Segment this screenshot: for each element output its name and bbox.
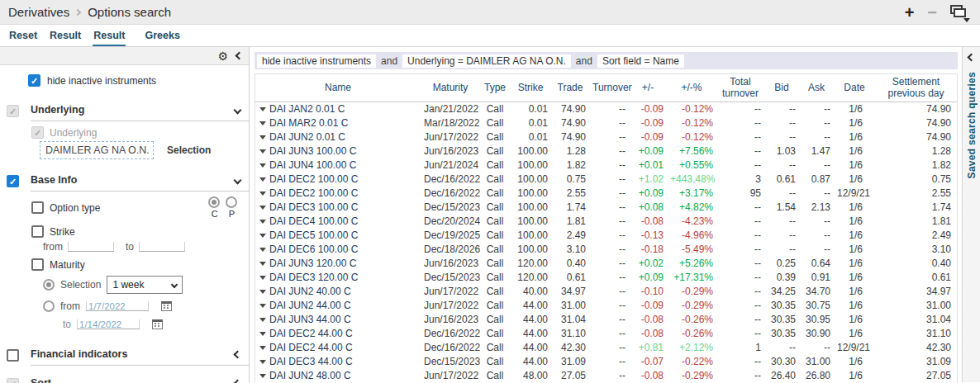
- cell-name[interactable]: DAI DEC2 44.00 C: [255, 341, 421, 355]
- expand-row-icon[interactable]: [259, 192, 266, 196]
- instrument-name[interactable]: DAI JUN3 120.00 C: [269, 258, 356, 269]
- maturity-checkbox[interactable]: [31, 258, 44, 271]
- maturity-to-input[interactable]: 1/14/2022: [77, 319, 140, 329]
- table-row[interactable]: DAI DEC5 100.00 C Dec/19/2025 Call 100.0…: [255, 229, 957, 243]
- tab-result-1[interactable]: Result: [49, 30, 82, 46]
- expand-row-icon[interactable]: [259, 276, 266, 280]
- expand-row-icon[interactable]: [259, 135, 266, 139]
- table-row[interactable]: DAI JAN2 0.01 C Jan/21/2022 Call 0.01 74…: [255, 102, 957, 116]
- cell-name[interactable]: DAI JUN4 100.00 C: [255, 158, 421, 173]
- cell-name[interactable]: DAI JUN2 40.00 C: [255, 285, 421, 299]
- table-row[interactable]: DAI JUN3 100.00 C Jun/16/2023 Call 100.0…: [255, 144, 957, 158]
- financial-indicators-expand-icon[interactable]: [234, 350, 242, 358]
- underlying-input[interactable]: DAIMLER AG NA O.N.: [40, 141, 154, 159]
- instrument-name[interactable]: DAI JUN2 0.01 C: [269, 131, 345, 143]
- instrument-name[interactable]: DAI JAN2 0.01 C: [269, 103, 345, 115]
- filter-chip[interactable]: Sort field = Name: [597, 54, 684, 68]
- cell-name[interactable]: DAI DEC6 100.00 C: [255, 243, 421, 257]
- column-header-10[interactable]: Ask: [799, 74, 834, 102]
- maturity-period-select[interactable]: 1 week: [107, 276, 183, 294]
- table-row[interactable]: DAI DEC2 44.00 C Dec/16/2022 Call 44.00 …: [255, 327, 957, 341]
- table-row[interactable]: DAI JUN2 0.01 C Jun/17/2022 Call 0.01 74…: [255, 130, 957, 144]
- column-header-0[interactable]: Name: [255, 74, 421, 102]
- table-row[interactable]: DAI JUN2 40.00 C Jun/17/2022 Call 40.00 …: [255, 285, 957, 299]
- column-header-11[interactable]: Date: [834, 74, 875, 102]
- expand-row-icon[interactable]: [259, 177, 266, 182]
- financial-indicators-checkbox[interactable]: [7, 349, 19, 362]
- instrument-name[interactable]: DAI DEC2 44.00 C: [269, 342, 353, 353]
- expand-row-icon[interactable]: [259, 107, 266, 111]
- expand-row-icon[interactable]: [259, 290, 266, 294]
- tab-result-2[interactable]: Result: [93, 30, 126, 46]
- table-row[interactable]: DAI DEC3 120.00 C Dec/15/2023 Call 120.0…: [255, 271, 957, 285]
- table-row[interactable]: DAI JUN3 44.00 C Jun/16/2023 Call 44.00 …: [255, 313, 957, 327]
- expand-row-icon[interactable]: [259, 304, 266, 308]
- table-row[interactable]: DAI JUN3 120.00 C Jun/16/2023 Call 120.0…: [255, 257, 957, 271]
- call-radio[interactable]: [208, 196, 220, 208]
- instrument-name[interactable]: DAI DEC2 100.00 C: [269, 173, 358, 185]
- column-header-7[interactable]: +/-%: [667, 74, 716, 102]
- table-row[interactable]: DAI JUN2 48.00 C Jun/17/2022 Call 48.00 …: [255, 369, 957, 383]
- expand-row-icon[interactable]: [259, 360, 266, 364]
- maturity-from-input[interactable]: 1/7/2022: [86, 301, 149, 311]
- sort-expand-icon[interactable]: [234, 379, 242, 383]
- column-header-5[interactable]: Turnover: [589, 74, 629, 102]
- table-row[interactable]: DAI DEC2 100.00 C Dec/16/2022 Call 100.0…: [255, 173, 957, 187]
- cell-name[interactable]: DAI JUN3 44.00 C: [255, 313, 421, 327]
- cell-name[interactable]: DAI MAR2 0.01 C: [255, 116, 421, 130]
- instrument-name[interactable]: DAI JUN2 48.00 C: [269, 370, 351, 381]
- instrument-name[interactable]: DAI DEC3 120.00 C: [269, 272, 358, 283]
- strike-checkbox[interactable]: [31, 225, 44, 238]
- zoom-out-icon[interactable]: −: [927, 4, 937, 21]
- cell-name[interactable]: DAI DEC3 100.00 C: [255, 201, 421, 215]
- sidebar-settings-gear-icon[interactable]: ⚙: [217, 50, 228, 62]
- expand-row-icon[interactable]: [259, 149, 266, 154]
- column-header-12[interactable]: Settlement previous day: [875, 74, 957, 102]
- cell-name[interactable]: DAI DEC5 100.00 C: [255, 229, 421, 243]
- expand-row-icon[interactable]: [259, 262, 266, 266]
- instrument-name[interactable]: DAI DEC4 100.00 C: [269, 215, 358, 227]
- expand-row-icon[interactable]: [259, 248, 266, 252]
- underlying-selection-button[interactable]: Selection: [167, 144, 211, 156]
- cell-name[interactable]: DAI JUN2 48.00 C: [255, 369, 421, 383]
- hide-inactive-checkbox[interactable]: ✓: [28, 74, 40, 87]
- underlying-field-checkbox[interactable]: ✓: [31, 126, 44, 139]
- column-header-3[interactable]: Strike: [510, 74, 551, 102]
- saved-search-queries-label[interactable]: Saved search queries: [966, 72, 978, 178]
- column-header-8[interactable]: Total turnover: [716, 74, 764, 102]
- table-row[interactable]: DAI DEC2 100.00 C Dec/16/2022 Call 100.0…: [255, 187, 957, 201]
- base-info-collapse-icon[interactable]: [234, 176, 242, 184]
- cell-name[interactable]: DAI JUN3 100.00 C: [255, 144, 421, 158]
- put-radio[interactable]: [226, 196, 237, 208]
- table-row[interactable]: DAI DEC3 100.00 C Dec/15/2023 Call 100.0…: [255, 201, 957, 215]
- expand-row-icon[interactable]: [259, 206, 266, 210]
- table-row[interactable]: DAI DEC4 100.00 C Dec/20/2024 Call 100.0…: [255, 215, 957, 229]
- calendar-from-icon[interactable]: [161, 301, 172, 311]
- zoom-in-icon[interactable]: +: [905, 4, 915, 21]
- table-row[interactable]: DAI DEC6 100.00 C Dec/18/2026 Call 100.0…: [255, 243, 957, 257]
- maturity-range-radio[interactable]: [43, 300, 55, 312]
- option-type-checkbox[interactable]: [31, 201, 44, 214]
- popout-window-icon[interactable]: [950, 5, 968, 19]
- instrument-name[interactable]: DAI JUN3 100.00 C: [269, 145, 356, 157]
- expand-row-icon[interactable]: [259, 318, 266, 322]
- strike-from-input[interactable]: [68, 242, 114, 252]
- filter-chip[interactable]: Underlying = DAIMLER AG NA O.N.: [402, 54, 571, 68]
- maturity-selection-radio[interactable]: [43, 279, 55, 291]
- table-row[interactable]: DAI JUN4 100.00 C Jun/21/2024 Call 100.0…: [255, 158, 957, 173]
- table-row[interactable]: DAI DEC3 44.00 C Dec/15/2023 Call 44.00 …: [255, 355, 957, 369]
- tab-reset-0[interactable]: Reset: [8, 30, 38, 46]
- strike-to-input[interactable]: [139, 242, 185, 252]
- instrument-name[interactable]: DAI DEC3 44.00 C: [269, 356, 353, 367]
- base-info-section-checkbox[interactable]: ✓: [7, 175, 19, 187]
- column-header-9[interactable]: Bid: [764, 74, 799, 102]
- cell-name[interactable]: DAI JUN2 0.01 C: [255, 130, 421, 144]
- cell-name[interactable]: DAI DEC3 120.00 C: [255, 271, 421, 285]
- cell-name[interactable]: DAI DEC2 44.00 C: [255, 327, 421, 341]
- calendar-to-icon[interactable]: [152, 319, 163, 329]
- sort-checkbox[interactable]: ✓: [7, 378, 19, 383]
- instrument-name[interactable]: DAI JUN2 40.00 C: [269, 286, 351, 297]
- cell-name[interactable]: DAI DEC4 100.00 C: [255, 215, 421, 229]
- instrument-name[interactable]: DAI JUN3 44.00 C: [269, 314, 351, 325]
- instrument-name[interactable]: DAI DEC3 100.00 C: [269, 201, 358, 213]
